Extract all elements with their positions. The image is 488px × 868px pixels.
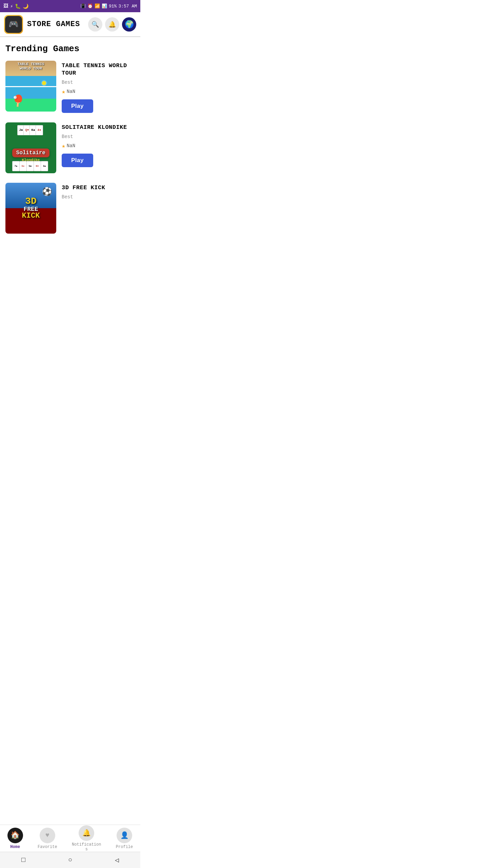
solitaire-logo-title: Solitaire [12,149,49,157]
card-7: 7♠ [12,161,20,171]
battery-text: 91% [109,4,117,9]
search-button[interactable]: 🔍 [88,17,102,32]
notification-button[interactable]: 🔔 [105,17,119,32]
alarm-icon: ⏰ [87,3,93,9]
rating-value-tennis: NaN [67,89,75,94]
header-actions: 🔍 🔔 🌍 [88,17,136,32]
game-card-solitaire: J♣ Q♥ K♠ 4♦ Solitaire Klondike 7♠ 6♦ 5♣ … [5,122,135,173]
game-label-solitaire: Best [62,134,135,139]
star-icon: ★ [62,88,65,95]
game-thumb-tennis: TABLE TENNISWORLD TOUR 🏓 [5,61,56,112]
card-4: 4♦ [36,125,43,135]
app-title: STORE GAMES [27,20,88,28]
wifi-icon: 📶 [95,3,100,9]
status-bar: 🖼 ⚡ 🐛 🌙 📳 ⏰ 📶 📊 91% 3:57 AM [0,0,140,12]
bell-icon: 🔔 [108,21,116,28]
time-text: 3:57 AM [118,4,137,9]
status-right-icons: 📳 ⏰ 📶 📊 91% 3:57 AM [80,3,137,9]
logo-icon: 🎮 [5,16,22,33]
soccer-ball-icon: ⚽ [42,187,52,197]
freekick-badge: 3D FREE KICK [22,197,40,220]
solitaire-cards-top: J♣ Q♥ K♠ 4♦ [19,125,43,135]
card-6: 6♦ [19,161,27,171]
image-icon: 🖼 [3,3,8,9]
bug-icon: 🐛 [15,3,21,9]
tennis-ball [42,81,46,85]
game-card-freekick: ⚽ 3D FREE KICK 3D FREE KICK Best [5,183,135,234]
game-thumb-freekick: ⚽ 3D FREE KICK [5,183,56,234]
status-left-icons: 🖼 ⚡ 🐛 🌙 [3,3,28,9]
signal-icon: 📊 [102,3,107,9]
game-card-table-tennis: TABLE TENNISWORLD TOUR 🏓 TABLE TENNIS WO… [5,61,135,113]
rating-value-solitaire: NaN [67,143,75,149]
avatar-button[interactable]: 🌍 [122,17,136,32]
game-label-freekick: Best [62,194,135,200]
game-info-freekick: 3D FREE KICK Best [62,183,135,202]
card-5: 5♣ [26,161,34,171]
globe-icon: 🌍 [125,20,134,29]
moon-icon: 🌙 [23,3,28,9]
freekick-3d-text: 3D [25,197,37,206]
play-button-solitaire[interactable]: Play [62,154,93,167]
vibrate-icon: 📳 [80,3,86,9]
app-header: 🎮 STORE GAMES 🔍 🔔 🌍 [0,12,140,37]
tennis-net [5,86,56,87]
game-name-tennis: TABLE TENNIS WORLD TOUR [62,62,135,77]
solitaire-bottom-cards: 7♠ 6♦ 5♣ K♥ 3♠ [14,161,48,171]
tennis-label: TABLE TENNISWORLD TOUR [5,62,56,71]
search-icon: 🔍 [92,21,99,28]
play-button-tennis[interactable]: Play [62,99,93,113]
star-icon-solitaire: ★ [62,142,65,150]
game-rating-solitaire: ★ NaN [62,142,135,150]
game-rating-tennis: ★ NaN [62,88,135,95]
trending-section-title: Trending Games [5,44,135,54]
game-info-tennis: TABLE TENNIS WORLD TOUR Best ★ NaN Play [62,61,135,113]
game-label-tennis: Best [62,80,135,85]
tennis-paddle: 🏓 [10,92,27,109]
card-3: 3♠ [41,161,48,171]
usb-icon: ⚡ [10,3,13,9]
game-thumb-solitaire: J♣ Q♥ K♠ 4♦ Solitaire Klondike 7♠ 6♦ 5♣ … [5,122,56,173]
app-logo: 🎮 [4,15,23,34]
game-info-solitaire: SOLITAIRE KLONDIKE Best ★ NaN Play [62,122,135,167]
main-content: Trending Games TABLE TENNISWORLD TOUR 🏓 … [0,37,140,284]
game-name-freekick: 3D FREE KICK [62,184,135,192]
game-name-solitaire: SOLITAIRE KLONDIKE [62,124,135,131]
card-k2: K♥ [34,161,41,171]
freekick-kick-text: KICK [22,212,40,220]
